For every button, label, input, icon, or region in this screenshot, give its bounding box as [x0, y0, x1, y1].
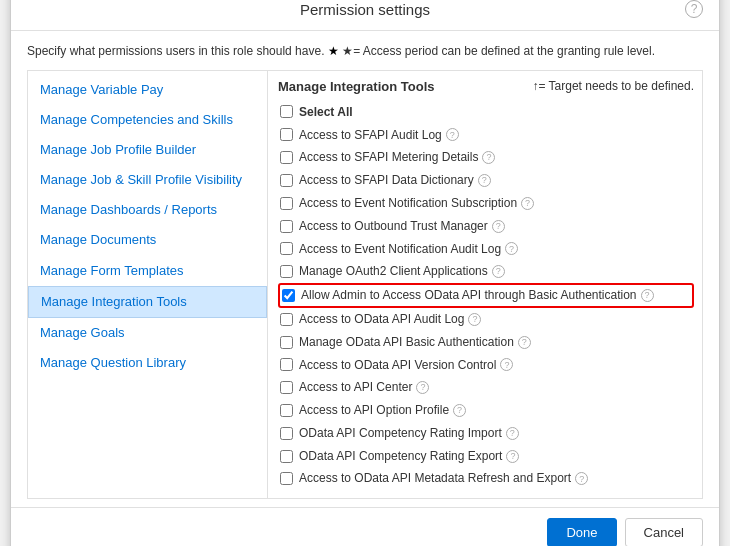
info-icon-1[interactable]: ?: [482, 151, 495, 164]
description-text: Specify what permissions users in this r…: [27, 43, 703, 60]
permission-label-12: Access to API Option Profile: [299, 402, 449, 419]
permission-checkbox-7[interactable]: [282, 289, 295, 302]
help-icon[interactable]: ?: [685, 0, 703, 18]
nav-item-manage-question-library[interactable]: Manage Question Library: [28, 348, 267, 378]
cancel-button[interactable]: Cancel: [625, 518, 703, 546]
info-icon-14[interactable]: ?: [506, 450, 519, 463]
content-area: Manage Variable PayManage Competencies a…: [27, 70, 703, 500]
info-icon-5[interactable]: ?: [505, 242, 518, 255]
permission-checkbox-5[interactable]: [280, 242, 293, 255]
permission-item-2: Access to SFAPI Data Dictionary?: [278, 169, 694, 192]
right-panel-header: Manage Integration Tools ↑= Target needs…: [278, 79, 694, 94]
permission-label-5: Access to Event Notification Audit Log: [299, 241, 501, 258]
permission-item-13: OData API Competency Rating Import?: [278, 422, 694, 445]
permission-item-8: Access to OData API Audit Log?: [278, 308, 694, 331]
dialog-body: Specify what permissions users in this r…: [11, 31, 719, 500]
permission-checkbox-10[interactable]: [280, 358, 293, 371]
permission-checkbox-13[interactable]: [280, 427, 293, 440]
permission-checkbox-9[interactable]: [280, 336, 293, 349]
star-icon: ★: [328, 44, 339, 58]
info-icon-8[interactable]: ?: [468, 313, 481, 326]
nav-item-manage-job-profile-builder[interactable]: Manage Job Profile Builder: [28, 135, 267, 165]
permission-label-14: OData API Competency Rating Export: [299, 448, 502, 465]
permission-item-1: Access to SFAPI Metering Details?: [278, 146, 694, 169]
dialog-header: Permission settings ?: [11, 0, 719, 31]
permission-label-13: OData API Competency Rating Import: [299, 425, 502, 442]
permission-item-12: Access to API Option Profile?: [278, 399, 694, 422]
permission-item-5: Access to Event Notification Audit Log?: [278, 238, 694, 261]
permission-checkbox-0[interactable]: [280, 128, 293, 141]
permission-label-1: Access to SFAPI Metering Details: [299, 149, 478, 166]
info-icon-10[interactable]: ?: [500, 358, 513, 371]
info-icon-7[interactable]: ?: [641, 289, 654, 302]
permission-label-6: Manage OAuth2 Client Applications: [299, 263, 488, 280]
info-icon-12[interactable]: ?: [453, 404, 466, 417]
select-all-row: Select All: [278, 102, 694, 122]
permission-checkbox-14[interactable]: [280, 450, 293, 463]
permission-settings-dialog: Permission settings ? Specify what permi…: [10, 0, 720, 546]
select-all-label: Select All: [299, 105, 353, 119]
permission-label-15: Access to OData API Metadata Refresh and…: [299, 470, 571, 487]
nav-item-manage-integration-tools[interactable]: Manage Integration Tools: [28, 286, 267, 318]
permission-item-14: OData API Competency Rating Export?: [278, 445, 694, 468]
info-icon-9[interactable]: ?: [518, 336, 531, 349]
info-icon-13[interactable]: ?: [506, 427, 519, 440]
info-icon-6[interactable]: ?: [492, 265, 505, 278]
dialog-title: Permission settings: [300, 1, 430, 18]
right-content-panel: Manage Integration Tools ↑= Target needs…: [268, 71, 702, 499]
permission-item-9: Manage OData API Basic Authentication?: [278, 331, 694, 354]
permission-checkbox-11[interactable]: [280, 381, 293, 394]
permission-label-4: Access to Outbound Trust Manager: [299, 218, 488, 235]
select-all-checkbox[interactable]: [280, 105, 293, 118]
target-note: ↑= Target needs to be defined.: [532, 79, 694, 93]
permission-label-3: Access to Event Notification Subscriptio…: [299, 195, 517, 212]
permission-label-11: Access to API Center: [299, 379, 412, 396]
permission-item-15: Access to OData API Metadata Refresh and…: [278, 467, 694, 490]
info-icon-0[interactable]: ?: [446, 128, 459, 141]
permission-checkbox-6[interactable]: [280, 265, 293, 278]
permission-label-7: Allow Admin to Access OData API through …: [301, 287, 637, 304]
permission-label-9: Manage OData API Basic Authentication: [299, 334, 514, 351]
permission-item-7: Allow Admin to Access OData API through …: [278, 283, 694, 308]
info-icon-11[interactable]: ?: [416, 381, 429, 394]
permission-label-0: Access to SFAPI Audit Log: [299, 127, 442, 144]
permission-checkbox-2[interactable]: [280, 174, 293, 187]
description-main: Specify what permissions users in this r…: [27, 44, 324, 58]
permission-label-2: Access to SFAPI Data Dictionary: [299, 172, 474, 189]
star-note: ★= Access period can be defined at the g…: [342, 44, 655, 58]
nav-item-manage-goals[interactable]: Manage Goals: [28, 318, 267, 348]
nav-item-manage-form-templates[interactable]: Manage Form Templates: [28, 256, 267, 286]
permission-item-0: Access to SFAPI Audit Log?: [278, 124, 694, 147]
info-icon-3[interactable]: ?: [521, 197, 534, 210]
permission-checkbox-list: Access to SFAPI Audit Log?Access to SFAP…: [278, 124, 694, 491]
permission-checkbox-3[interactable]: [280, 197, 293, 210]
permission-checkbox-4[interactable]: [280, 220, 293, 233]
permission-label-8: Access to OData API Audit Log: [299, 311, 464, 328]
permission-item-4: Access to Outbound Trust Manager?: [278, 215, 694, 238]
permission-item-6: Manage OAuth2 Client Applications?: [278, 260, 694, 283]
info-icon-15[interactable]: ?: [575, 472, 588, 485]
permission-item-11: Access to API Center?: [278, 376, 694, 399]
permission-label-10: Access to OData API Version Control: [299, 357, 496, 374]
left-navigation-panel: Manage Variable PayManage Competencies a…: [28, 71, 268, 499]
permission-item-3: Access to Event Notification Subscriptio…: [278, 192, 694, 215]
nav-item-manage-documents[interactable]: Manage Documents: [28, 225, 267, 255]
nav-item-manage-competencies-and-skills[interactable]: Manage Competencies and Skills: [28, 105, 267, 135]
permission-checkbox-12[interactable]: [280, 404, 293, 417]
done-button[interactable]: Done: [547, 518, 616, 546]
permission-checkbox-15[interactable]: [280, 472, 293, 485]
info-icon-2[interactable]: ?: [478, 174, 491, 187]
nav-item-manage-job-&-skill-profile-visibility[interactable]: Manage Job & Skill Profile Visibility: [28, 165, 267, 195]
nav-item-manage-variable-pay[interactable]: Manage Variable Pay: [28, 75, 267, 105]
right-panel-title: Manage Integration Tools: [278, 79, 435, 94]
permission-checkbox-8[interactable]: [280, 313, 293, 326]
permission-checkbox-1[interactable]: [280, 151, 293, 164]
info-icon-4[interactable]: ?: [492, 220, 505, 233]
permission-item-10: Access to OData API Version Control?: [278, 354, 694, 377]
nav-item-manage-dashboards-/-reports[interactable]: Manage Dashboards / Reports: [28, 195, 267, 225]
dialog-footer: Done Cancel: [11, 507, 719, 546]
